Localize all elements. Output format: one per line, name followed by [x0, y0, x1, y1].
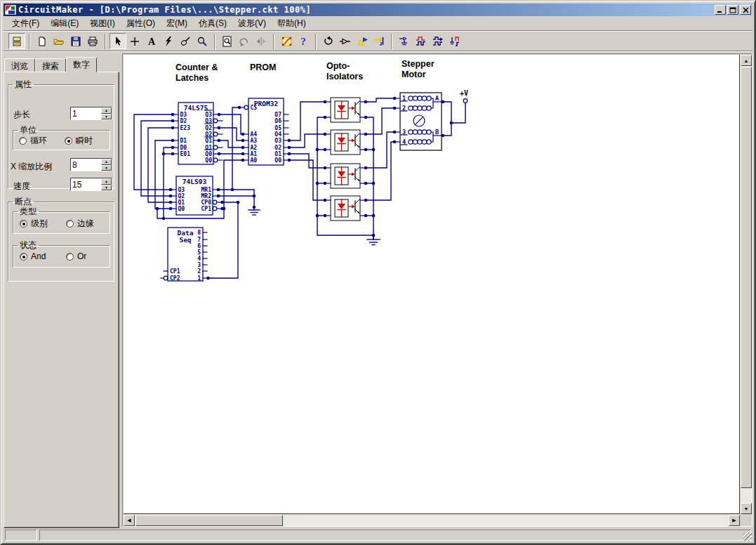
new-file-button[interactable] [34, 33, 51, 49]
speed-down-button[interactable]: ▼ [101, 185, 112, 191]
svg-text:Q1: Q1 [178, 199, 185, 206]
breakpoint-edge-radio[interactable]: 边缘 [66, 218, 94, 230]
menu-options[interactable]: 属性(O) [121, 16, 161, 31]
text-tool-button[interactable]: A [143, 33, 160, 49]
minimize-button[interactable] [715, 5, 726, 15]
svg-text:Q1: Q1 [205, 138, 212, 144]
section-prom: PROM [250, 63, 277, 72]
svg-text:Q3: Q3 [205, 118, 212, 124]
breakpoint-level-radio[interactable]: 级别 [20, 218, 48, 230]
rotate-arrow-icon [239, 36, 250, 47]
chip-prom32[interactable]: PROM32 CS A4 A3 A2 A1 A0 O7 O6 O5 O4 O3 … [240, 98, 289, 165]
xscale-input[interactable] [71, 159, 101, 171]
svg-text:5: 5 [197, 249, 201, 256]
maximize-button[interactable] [727, 5, 738, 15]
select-arrow-button[interactable] [110, 33, 126, 49]
svg-text:Q1: Q1 [205, 145, 212, 151]
resize-grip[interactable] [743, 532, 752, 541]
unit-cycle-radio[interactable]: 循环 [19, 135, 47, 147]
horizontal-scrollbar[interactable]: ◀ ▶ [124, 515, 740, 526]
svg-text:A1: A1 [251, 151, 258, 157]
ground-symbol-1[interactable] [248, 207, 260, 215]
chip-icon [11, 36, 22, 47]
breakpoint-or-radio[interactable]: Or [66, 251, 86, 261]
chip-data-seq[interactable]: Data Seq 8 7 6 5 4 3 2 1 CP1 CP2 [161, 228, 207, 282]
opto-isolators[interactable] [326, 98, 365, 221]
svg-text:D2: D2 [180, 118, 187, 124]
xscale-down-button[interactable]: ▼ [101, 165, 112, 171]
svg-text:O1: O1 [274, 151, 281, 157]
run-simulation-button[interactable] [354, 33, 371, 49]
opto-isolator-4[interactable] [326, 196, 365, 221]
opto-isolator-1[interactable] [326, 98, 365, 122]
tab-search[interactable]: 搜索 [35, 58, 66, 72]
help-button[interactable]: ? [295, 33, 312, 49]
step-size-up-button[interactable]: ▲ [101, 107, 112, 114]
rotate-button[interactable] [236, 33, 253, 49]
menu-edit[interactable]: 编辑(E) [45, 16, 84, 31]
probe-display-button[interactable] [396, 33, 413, 49]
print-button[interactable] [84, 33, 101, 49]
waveform-display-button[interactable] [413, 33, 430, 49]
step-simulation-button[interactable] [337, 33, 354, 49]
waveform-pulser-button[interactable] [430, 33, 446, 49]
opto-isolator-2[interactable] [326, 130, 365, 155]
menu-simulation[interactable]: 仿真(S) [193, 16, 232, 31]
probe-loupe-icon [180, 36, 191, 47]
schematic-canvas[interactable]: Counter & Latches PROM Opto- Isolators S… [124, 55, 740, 514]
zoom-page-icon [222, 36, 233, 47]
svg-text:O5: O5 [274, 125, 281, 131]
unit-instant-radio[interactable]: 瞬时 [65, 135, 93, 147]
vertical-scrollbar[interactable]: ▲ ▼ [741, 55, 752, 514]
chip-74ls93[interactable]: 74LS93 Q3 Q2 Q1 Q0 MR1 MR2 CP0 CP1 [171, 176, 222, 215]
scroll-down-button[interactable]: ▼ [741, 503, 752, 514]
zoom-select-button[interactable] [219, 33, 236, 49]
menu-view[interactable]: 视图(I) [84, 16, 120, 31]
scroll-up-button[interactable]: ▲ [741, 55, 752, 66]
scroll-left-button[interactable]: ◀ [124, 515, 135, 526]
waveform-split-button[interactable] [446, 33, 463, 49]
breakpoint-state-label: 状态 [18, 239, 39, 251]
vertical-scroll-thumb[interactable] [741, 67, 752, 488]
svg-text:O7: O7 [274, 112, 281, 118]
part-browser-button[interactable] [8, 33, 25, 49]
title-bar[interactable]: CircuitMaker - [D:\Program Files\...\Ste… [4, 4, 752, 16]
stepper-motor-symbol[interactable]: 1 2 3 4 A B [395, 93, 442, 150]
step-size-down-button[interactable]: ▼ [101, 114, 112, 120]
wire-tool-button[interactable] [126, 33, 143, 49]
app-window: CircuitMaker - [D:\Program Files\...\Ste… [0, 0, 756, 545]
radio-icon [20, 220, 27, 228]
tab-digital[interactable]: 数字 [66, 57, 97, 72]
xscale-up-button[interactable]: ▲ [101, 159, 112, 165]
open-file-button[interactable] [51, 33, 67, 49]
run-to-point-button[interactable] [371, 33, 387, 49]
speed-up-button[interactable]: ▲ [101, 178, 112, 185]
svg-text:A: A [148, 37, 156, 47]
speed-input[interactable] [71, 178, 101, 190]
zoom-tool-button[interactable] [194, 33, 211, 49]
power-v-symbol[interactable]: +V [460, 89, 468, 103]
delete-tool-button[interactable] [160, 33, 177, 49]
svg-text:B: B [435, 129, 439, 136]
tab-browse[interactable]: 浏览 [4, 58, 35, 72]
step-size-input[interactable] [71, 107, 101, 119]
menu-file[interactable]: 文件(F) [6, 16, 45, 31]
svg-text:D0: D0 [180, 145, 187, 151]
close-button[interactable] [740, 5, 751, 15]
mode-switch-icon [281, 36, 293, 47]
breakpoint-and-radio[interactable]: And [20, 251, 46, 261]
menu-wave[interactable]: 波形(V) [232, 16, 272, 31]
reset-simulation-button[interactable] [320, 33, 337, 49]
opto-isolator-3[interactable] [326, 164, 365, 188]
mirror-button[interactable] [253, 33, 270, 49]
chip-74ls75[interactable]: 74LS75 D3 D2 E23 D1 D0 E01 Q3 Q3 Q2 Q2 Q… [173, 103, 223, 164]
menu-help[interactable]: 帮助(H) [272, 16, 312, 31]
scroll-right-button[interactable]: ▶ [729, 515, 740, 526]
menu-macros[interactable]: 宏(M) [161, 16, 193, 31]
digital-analog-mode-button[interactable] [278, 33, 295, 49]
horizontal-scroll-thumb[interactable] [135, 515, 283, 526]
svg-text:A4: A4 [251, 131, 258, 138]
ground-symbol-2[interactable] [367, 235, 380, 245]
save-file-button[interactable] [67, 33, 84, 49]
probe-tool-button[interactable] [177, 33, 194, 49]
